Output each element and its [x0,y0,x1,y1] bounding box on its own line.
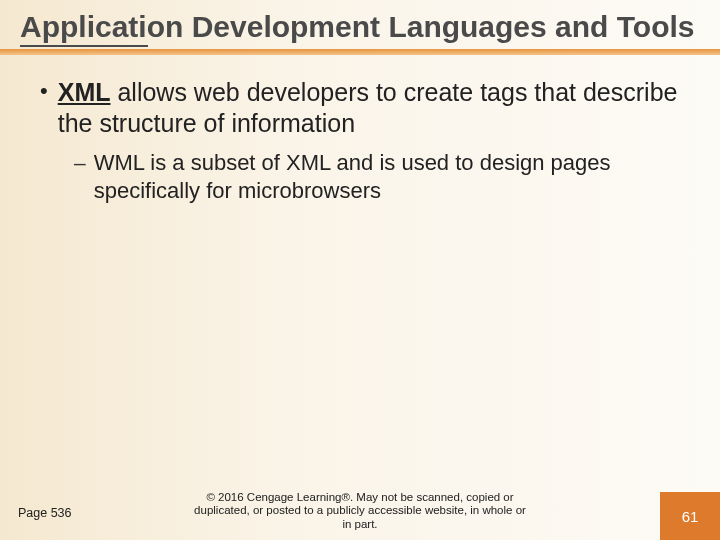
slide-number-box: 61 [660,492,720,540]
slide-number: 61 [682,508,699,525]
slide-title: Application Development Languages and To… [20,10,700,45]
bullet-level-2: – WML is a subset of XML and is used to … [74,149,680,205]
bullet-dot-icon: • [40,77,48,140]
page-reference: Page 536 [18,506,72,520]
bullet-1-rest: allows web developers to create tags tha… [58,78,678,137]
bullet-level-1: • XML allows web developers to create ta… [40,77,680,140]
title-block: Application Development Languages and To… [0,0,720,59]
copyright-text: © 2016 Cengage Learning®. May not be sca… [190,491,530,532]
slide-content: • XML allows web developers to create ta… [0,59,720,206]
title-underline [20,49,700,59]
bullet-2-text: WML is a subset of XML and is used to de… [94,149,680,205]
bullet-1-term: XML [58,78,111,106]
bullet-dash-icon: – [74,149,86,205]
bullet-1-text: XML allows web developers to create tags… [58,77,680,140]
slide-footer: Page 536 © 2016 Cengage Learning®. May n… [0,484,720,540]
